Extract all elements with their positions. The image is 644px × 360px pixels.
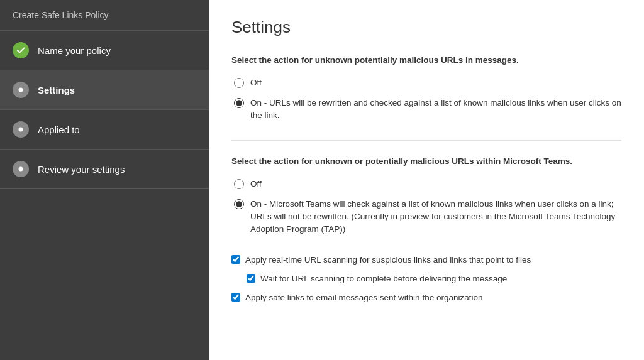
section2-radio-on[interactable] — [234, 199, 244, 209]
sidebar: Create Safe Links Policy Name your polic… — [0, 0, 209, 360]
section-messages: Select the action for unknown potentiall… — [231, 55, 621, 123]
section2-question: Select the action for unknown or potenti… — [231, 156, 621, 168]
checkbox-realtime-label: Apply real-time URL scanning for suspici… — [245, 254, 531, 266]
checkbox-realtime-scanning[interactable]: Apply real-time URL scanning for suspici… — [231, 254, 621, 266]
section2-label-off: Off — [250, 178, 262, 190]
section1-radio-on[interactable] — [234, 98, 244, 108]
bullet-icon-3 — [16, 165, 25, 173]
checkbox-group: Apply real-time URL scanning for suspici… — [231, 254, 621, 305]
section2-radio-off[interactable] — [234, 179, 244, 189]
section1-label-on: On - URLs will be rewritten and checked … — [250, 97, 621, 123]
sidebar-title: Create Safe Links Policy — [0, 0, 209, 31]
section1-radio-group: Off On - URLs will be rewritten and chec… — [234, 77, 621, 123]
checkbox-safe-links-org[interactable]: Apply safe links to email messages sent … — [231, 292, 621, 304]
section-divider — [231, 140, 621, 141]
sidebar-item-settings[interactable]: Settings — [0, 70, 209, 110]
section2-radio-group: Off On - Microsoft Teams will check agai… — [234, 178, 621, 236]
checkmark-icon — [16, 46, 25, 55]
step-icon-settings — [13, 82, 29, 98]
section2-label-on: On - Microsoft Teams will check against … — [250, 198, 621, 236]
sidebar-item-applied-to[interactable]: Applied to — [0, 110, 209, 150]
sidebar-item-name-policy[interactable]: Name your policy — [0, 31, 209, 70]
svg-point-1 — [19, 128, 23, 132]
section1-label-off: Off — [250, 77, 262, 89]
svg-point-0 — [19, 88, 23, 92]
sidebar-item-label-review: Review your settings — [38, 164, 125, 175]
step-icon-review — [13, 161, 29, 177]
sidebar-item-label-applied-to: Applied to — [38, 124, 80, 135]
sidebar-item-review[interactable]: Review your settings — [0, 150, 209, 189]
svg-point-2 — [19, 167, 23, 172]
sidebar-item-label-name-policy: Name your policy — [38, 45, 111, 56]
section1-radio-off[interactable] — [234, 78, 244, 88]
main-content: Settings Select the action for unknown p… — [209, 0, 644, 360]
section1-question: Select the action for unknown potentiall… — [231, 55, 621, 67]
section2-option-off[interactable]: Off — [234, 178, 621, 190]
section1-option-on[interactable]: On - URLs will be rewritten and checked … — [234, 97, 621, 123]
section1-option-off[interactable]: Off — [234, 77, 621, 89]
section2-option-on[interactable]: On - Microsoft Teams will check against … — [234, 198, 621, 236]
checkbox-wait-input[interactable] — [247, 274, 255, 283]
checkbox-realtime-input[interactable] — [231, 255, 240, 264]
step-icon-applied-to — [13, 121, 29, 138]
step-icon-completed — [13, 42, 29, 58]
bullet-icon-2 — [16, 125, 25, 134]
checkbox-safe-links-label: Apply safe links to email messages sent … — [245, 292, 482, 304]
page-title: Settings — [231, 18, 621, 37]
sidebar-item-label-settings: Settings — [38, 85, 75, 95]
section-teams: Select the action for unknown or potenti… — [231, 156, 621, 236]
checkbox-wait-label: Wait for URL scanning to complete before… — [260, 273, 507, 285]
checkbox-safe-links-input[interactable] — [231, 293, 240, 302]
bullet-icon — [16, 85, 25, 94]
checkbox-wait-scanning[interactable]: Wait for URL scanning to complete before… — [247, 273, 621, 285]
